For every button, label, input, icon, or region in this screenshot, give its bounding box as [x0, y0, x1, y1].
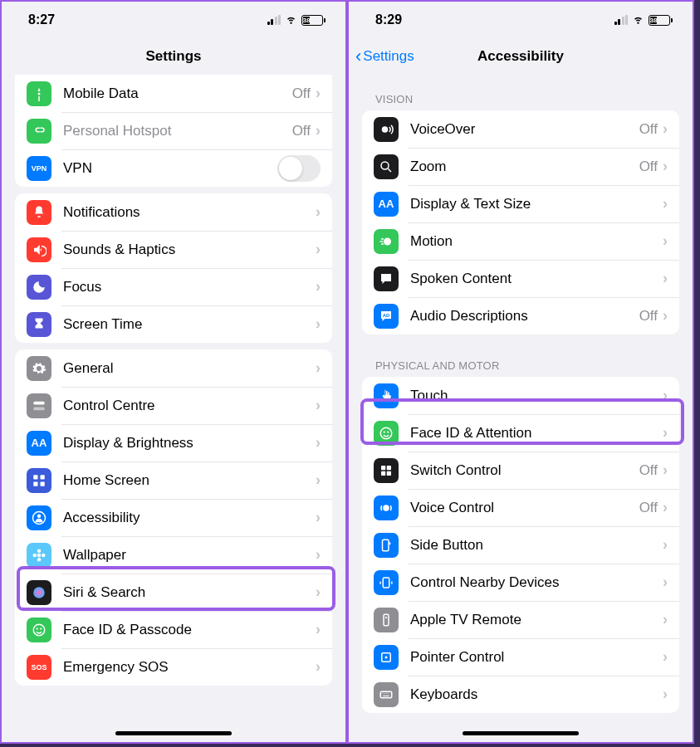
svg-point-8	[37, 553, 42, 557]
grid4-icon	[374, 458, 399, 483]
row-emergency-sos[interactable]: SOSEmergency SOS›	[15, 648, 332, 686]
chevron-right-icon: ›	[316, 397, 321, 414]
svg-point-22	[384, 431, 385, 432]
row-label: Focus	[63, 279, 316, 295]
home-indicator[interactable]	[463, 731, 579, 735]
row-apple-tv-remote[interactable]: Apple TV Remote›	[362, 601, 679, 638]
row-face-id-attention[interactable]: Face ID & Attention›	[362, 414, 679, 452]
group-vision: VoiceOverOff›ZoomOff›AADisplay & Text Si…	[362, 110, 679, 334]
group-physical: Touch›Face ID & Attention›Switch Control…	[362, 377, 679, 713]
row-accessibility[interactable]: Accessibility›	[15, 499, 332, 536]
row-value: Off	[639, 462, 658, 479]
row-voiceover[interactable]: VoiceOverOff›	[362, 110, 679, 148]
row-general[interactable]: General›	[15, 349, 332, 387]
row-screen-time[interactable]: Screen Time›	[15, 305, 332, 343]
page-title: Settings	[145, 48, 201, 65]
row-focus[interactable]: Focus›	[15, 268, 332, 305]
row-side-button[interactable]: Side Button›	[362, 526, 679, 564]
row-display-brightness[interactable]: AADisplay & Brightness›	[15, 424, 332, 461]
row-home-screen[interactable]: Home Screen›	[15, 461, 332, 499]
svg-rect-24	[381, 466, 385, 470]
row-wallpaper[interactable]: Wallpaper›	[15, 536, 332, 574]
row-value: Off	[639, 308, 658, 325]
ad-icon: AD	[374, 304, 399, 329]
row-voice-control[interactable]: Voice ControlOff›	[362, 489, 679, 526]
svg-rect-26	[381, 471, 385, 475]
back-button[interactable]: ‹ Settings	[355, 46, 414, 67]
person-circle-icon	[27, 505, 51, 530]
chevron-right-icon: ›	[663, 195, 668, 212]
row-vpn[interactable]: VPNVPN	[15, 149, 332, 187]
home-indicator[interactable]	[115, 731, 232, 735]
row-display-text-size[interactable]: AADisplay & Text Size›	[362, 185, 679, 222]
motion-icon	[374, 229, 399, 254]
svg-point-13	[33, 587, 45, 598]
row-label: Side Button	[410, 537, 663, 554]
row-control-nearby-devices[interactable]: Control Nearby Devices›	[362, 564, 679, 601]
row-label: Display & Text Size	[410, 196, 663, 212]
svg-rect-31	[383, 578, 389, 588]
hourglass-icon	[27, 312, 51, 337]
chevron-right-icon: ›	[663, 686, 668, 703]
row-value: Off	[292, 123, 311, 139]
row-spoken-content[interactable]: Spoken Content›	[362, 260, 679, 297]
zoom-icon	[374, 154, 399, 179]
section-header-physical: Physical and Motor	[349, 341, 693, 377]
switches-icon	[27, 393, 51, 418]
row-notifications[interactable]: Notifications›	[15, 193, 332, 231]
row-sounds-haptics[interactable]: Sounds & Haptics›	[15, 231, 332, 268]
row-touch[interactable]: Touch›	[362, 377, 679, 414]
row-label: Display & Brightness	[63, 435, 316, 452]
row-face-id-passcode[interactable]: Face ID & Passcode›	[15, 611, 332, 648]
row-label: General	[63, 360, 316, 377]
row-mobile-data[interactable]: Mobile DataOff›	[15, 75, 332, 112]
group-connectivity: Mobile DataOff›Personal HotspotOff›VPNVP…	[15, 75, 332, 187]
row-siri-search[interactable]: Siri & Search›	[15, 574, 332, 611]
row-label: VoiceOver	[410, 121, 639, 138]
flower-icon	[27, 543, 51, 568]
row-personal-hotspot[interactable]: Personal HotspotOff›	[15, 112, 332, 149]
link-icon	[27, 119, 51, 144]
row-label: Spoken Content	[410, 271, 663, 287]
row-label: Face ID & Attention	[410, 425, 663, 442]
svg-text:AD: AD	[383, 312, 390, 317]
row-label: Apple TV Remote	[410, 612, 663, 628]
svg-rect-27	[387, 471, 391, 475]
row-label: Sounds & Haptics	[63, 242, 316, 258]
row-keyboards[interactable]: Keyboards›	[362, 676, 679, 713]
row-label: Accessibility	[63, 510, 316, 526]
row-pointer-control[interactable]: Pointer Control›	[362, 638, 679, 676]
battery-icon: 38	[649, 15, 673, 26]
cellular-icon	[267, 15, 281, 25]
nav-bar: ‹ Settings Accessibility	[349, 38, 693, 75]
row-label: Keyboards	[410, 686, 663, 703]
row-audio-descriptions[interactable]: ADAudio DescriptionsOff›	[362, 297, 679, 334]
group-notifications: Notifications›Sounds & Haptics›Focus›Scr…	[15, 193, 332, 343]
row-zoom[interactable]: ZoomOff›	[362, 148, 679, 185]
svg-point-9	[37, 549, 42, 553]
display-brightness-icon: AA	[27, 431, 51, 456]
chevron-right-icon: ›	[663, 536, 668, 554]
chevron-right-icon: ›	[316, 85, 321, 102]
chevron-right-icon: ›	[663, 611, 668, 628]
chevron-right-icon: ›	[316, 278, 321, 295]
svg-point-21	[380, 427, 392, 439]
row-motion[interactable]: Motion›	[362, 222, 679, 260]
row-label: Screen Time	[63, 316, 316, 333]
cellular-icon	[614, 15, 629, 25]
row-control-centre[interactable]: Control Centre›	[15, 387, 332, 424]
svg-point-11	[33, 553, 37, 557]
chevron-right-icon: ›	[663, 648, 668, 666]
row-label: Control Nearby Devices	[410, 574, 663, 591]
svg-rect-1	[33, 407, 45, 410]
row-switch-control[interactable]: Switch ControlOff›	[362, 452, 679, 489]
row-label: Pointer Control	[410, 649, 663, 666]
chevron-right-icon: ›	[663, 307, 668, 325]
row-value: Off	[639, 159, 658, 175]
phone-right-accessibility: 8:29 38 ‹ Settings Accessibility Vision …	[347, 0, 694, 744]
svg-point-28	[383, 505, 389, 511]
row-label: Emergency SOS	[63, 659, 316, 676]
voice-icon	[374, 496, 399, 520]
toggle-vpn[interactable]	[277, 155, 321, 182]
display-text-size-icon: AA	[374, 192, 399, 217]
